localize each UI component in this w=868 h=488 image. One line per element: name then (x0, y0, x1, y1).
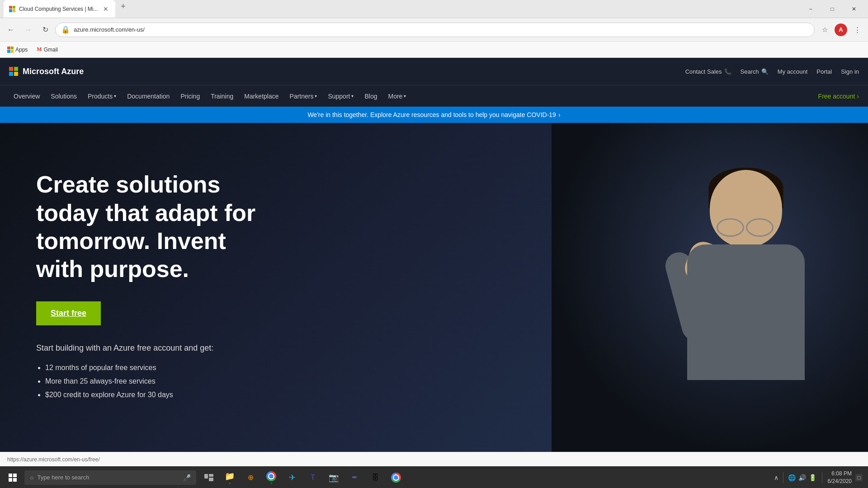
search-label: Search (741, 68, 759, 75)
nav-marketplace[interactable]: Marketplace (240, 91, 283, 102)
hero-subtitle: Start building with an Azure free accoun… (36, 343, 258, 353)
maximize-button[interactable]: □ (822, 2, 843, 16)
products-chevron: ▾ (114, 94, 116, 99)
tab-close-button[interactable]: ✕ (102, 5, 110, 13)
nav-solutions[interactable]: Solutions (46, 91, 81, 102)
address-bar: ← → ↻ 🔒 azure.microsoft.com/en-us/ ☆ A ⋮ (0, 18, 868, 42)
taskbar: ○ Type here to search 🎤 📁 ⊕ (0, 466, 868, 488)
person-head (710, 170, 782, 247)
portal-link[interactable]: Portal (816, 68, 832, 75)
nav-partners[interactable]: Partners ▾ (285, 91, 322, 102)
partners-chevron: ▾ (315, 94, 317, 99)
taskbar-search[interactable]: ○ Type here to search 🎤 (24, 470, 196, 485)
tray-divider (783, 472, 783, 483)
taskbar-clock[interactable]: 6:08 PM 6/24/2020 (828, 470, 852, 485)
free-account-link[interactable]: Free account › (818, 93, 859, 100)
start-free-button[interactable]: Start free (36, 301, 101, 325)
ink-button[interactable]: ✒ (344, 467, 364, 488)
nav-support[interactable]: Support ▾ (323, 91, 358, 102)
tab-bar: Cloud Computing Services | Mi... ✕ + (4, 0, 800, 18)
free-account-label: Free account (818, 93, 855, 100)
start-button[interactable] (2, 467, 24, 488)
forward-button[interactable]: → (21, 23, 35, 37)
taskbar-search-text: Type here to search (37, 474, 89, 481)
tab-title: Cloud Computing Services | Mi... (19, 6, 98, 12)
bookmark-button[interactable]: ☆ (817, 23, 832, 37)
system-tray-icons: ∧ 🌐 🔊 🔋 (774, 472, 816, 483)
active-tab[interactable]: Cloud Computing Services | Mi... ✕ (4, 0, 115, 18)
search-link[interactable]: Search 🔍 (741, 68, 769, 75)
nav-documentation[interactable]: Documentation (123, 91, 174, 102)
chrome-button[interactable] (261, 467, 281, 488)
taskbar-pinned-icons: 📁 ⊕ ✈ T 📷 ✒ (199, 467, 406, 488)
free-account-chevron: › (857, 93, 859, 100)
camera-button[interactable]: 📷 (324, 467, 344, 488)
feature-item-1: 12 months of popular free services (45, 364, 258, 372)
portal-label: Portal (816, 68, 832, 75)
back-button[interactable]: ← (4, 23, 18, 37)
bookmark-apps[interactable]: Apps (4, 45, 31, 55)
feature-item-3: $200 credit to explore Azure for 30 days (45, 391, 258, 399)
hero-person-image (552, 123, 868, 452)
top-navigation: Microsoft Azure Contact Sales 📞 Search 🔍… (0, 58, 868, 85)
sign-in-label: Sign in (841, 68, 859, 75)
telegram-icon: ✈ (287, 472, 297, 483)
nav-overview[interactable]: Overview (9, 91, 44, 102)
apps-favicon (7, 47, 14, 53)
notification-button[interactable]: □ (855, 474, 863, 481)
sign-in-link[interactable]: Sign in (841, 68, 859, 75)
contact-sales-label: Contact Sales (685, 68, 722, 75)
person-shape (660, 161, 832, 414)
reload-button[interactable]: ↻ (38, 23, 52, 37)
window-controls: − □ ✕ (800, 2, 864, 16)
hero-title: Create solutions today that adapt for to… (36, 170, 258, 283)
teams-button[interactable]: T (303, 467, 323, 488)
menu-button[interactable]: ⋮ (850, 23, 864, 37)
nav-more[interactable]: More ▾ (384, 91, 411, 102)
camera-icon: 📷 (328, 472, 339, 483)
tab-favicon (9, 6, 15, 12)
up-arrow-icon[interactable]: ∧ (774, 474, 778, 481)
features-list: 12 months of popular free services More … (36, 364, 258, 399)
feature-item-2: More than 25 always-free services (45, 377, 258, 385)
minimize-button[interactable]: − (800, 2, 821, 16)
logo-text: Microsoft Azure (23, 67, 84, 76)
phone-icon: 📞 (724, 68, 731, 75)
chrome2-icon (391, 472, 401, 483)
chrome2-button[interactable] (386, 467, 406, 488)
gmail-favicon: M (37, 46, 42, 53)
bookmarks-bar: Apps M Gmail (0, 42, 868, 58)
person-body (687, 244, 805, 380)
microsoft-logo-icon (9, 67, 18, 76)
person-background (552, 123, 868, 452)
file-explorer-button[interactable]: 📁 (220, 467, 240, 488)
close-button[interactable]: ✕ (844, 2, 864, 16)
covid-banner[interactable]: We're in this together. Explore Azure re… (0, 107, 868, 123)
network-icon[interactable]: 🌐 (788, 474, 796, 481)
status-url: https://azure.microsoft.com/en-us/free/ (4, 456, 104, 463)
ie-button[interactable]: ⊕ (241, 467, 260, 488)
taskbar-right: ∧ 🌐 🔊 🔋 6:08 PM 6/24/2020 □ (770, 470, 866, 485)
nav-blog[interactable]: Blog (360, 91, 382, 102)
database-button[interactable]: 🗄 (365, 467, 385, 488)
person-glasses (717, 220, 775, 235)
my-account-link[interactable]: My account (778, 68, 807, 75)
nav-pricing[interactable]: Pricing (176, 91, 204, 102)
status-bar: https://azure.microsoft.com/en-us/free/ (0, 452, 868, 466)
logo-area[interactable]: Microsoft Azure (9, 67, 84, 76)
nav-training[interactable]: Training (206, 91, 238, 102)
profile-button[interactable]: A (835, 23, 847, 36)
clock-date: 6/24/2020 (828, 478, 852, 485)
taskview-button[interactable] (199, 467, 219, 488)
bookmark-gmail[interactable]: M Gmail (33, 44, 61, 55)
contact-sales-link[interactable]: Contact Sales 📞 (685, 68, 731, 75)
nav-products[interactable]: Products ▾ (83, 91, 121, 102)
windows-icon (9, 474, 17, 482)
battery-icon[interactable]: 🔋 (809, 474, 816, 481)
new-tab-button[interactable]: + (117, 0, 130, 13)
address-input[interactable]: 🔒 azure.microsoft.com/en-us/ (55, 23, 815, 37)
logo-microsoft: Microsoft (23, 67, 61, 76)
telegram-button[interactable]: ✈ (282, 467, 302, 488)
volume-icon[interactable]: 🔊 (798, 474, 806, 481)
browser-frame: Cloud Computing Services | Mi... ✕ + − □… (0, 0, 868, 488)
